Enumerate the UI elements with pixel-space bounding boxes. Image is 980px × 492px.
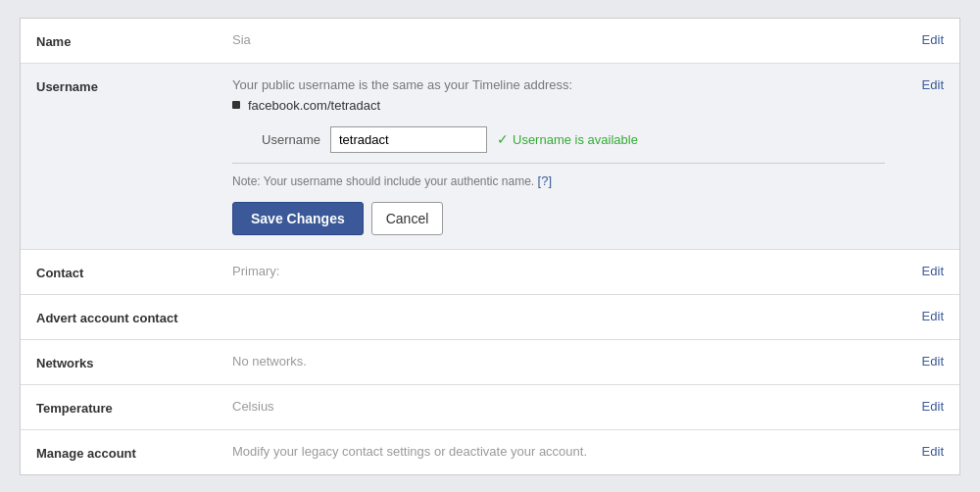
networks-edit-link[interactable]: Edit [922, 354, 944, 369]
username-input-row: Username ✓ Username is available [232, 126, 885, 153]
username-content: Your public username is the same as your… [232, 77, 885, 235]
username-available: ✓ Username is available [497, 131, 638, 147]
advert-edit[interactable]: Edit [885, 309, 944, 323]
manage-value: Modify your legacy contact settings or d… [232, 444, 885, 459]
username-url-text: facebook.com/tetradact [248, 98, 380, 113]
networks-row: Networks No networks. Edit [21, 340, 959, 385]
networks-value: No networks. [232, 354, 885, 369]
temperature-label: Temperature [36, 399, 232, 416]
username-note: Note: Your username should include your … [232, 163, 885, 188]
temperature-edit-link[interactable]: Edit [922, 399, 944, 414]
manage-edit-link[interactable]: Edit [922, 444, 944, 459]
manage-label: Manage account [36, 444, 232, 461]
contact-value: Primary: [232, 264, 885, 278]
username-note-link[interactable]: [?] [538, 173, 552, 188]
username-edit-link[interactable]: Edit [922, 77, 944, 92]
username-input-label: Username [232, 132, 320, 147]
username-edit[interactable]: Edit [885, 77, 944, 92]
networks-edit[interactable]: Edit [885, 354, 944, 369]
name-edit[interactable]: Edit [885, 32, 944, 47]
temperature-edit[interactable]: Edit [885, 399, 944, 414]
name-edit-link[interactable]: Edit [922, 32, 944, 47]
save-changes-button[interactable]: Save Changes [232, 202, 364, 235]
username-url-row: facebook.com/tetradact [232, 98, 885, 113]
cancel-button[interactable]: Cancel [371, 202, 444, 235]
advert-edit-link[interactable]: Edit [922, 309, 944, 323]
username-buttons: Save Changes Cancel [232, 202, 885, 235]
contact-row: Contact Primary: Edit [21, 250, 959, 295]
contact-edit-link[interactable]: Edit [922, 264, 944, 278]
bullet-icon [232, 101, 240, 109]
manage-edit[interactable]: Edit [885, 444, 944, 459]
temperature-value: Celsius [232, 399, 885, 414]
settings-container: Name Sia Edit Username Your public usern… [20, 18, 960, 475]
temperature-row: Temperature Celsius Edit [21, 385, 959, 430]
contact-label: Contact [36, 264, 232, 280]
name-value: Sia [232, 32, 885, 47]
checkmark-icon: ✓ [497, 131, 509, 147]
advert-row: Advert account contact Edit [21, 295, 959, 340]
username-input[interactable] [330, 126, 487, 153]
manage-row: Manage account Modify your legacy contac… [21, 430, 959, 474]
username-description: Your public username is the same as your… [232, 77, 885, 92]
contact-edit[interactable]: Edit [885, 264, 944, 278]
networks-label: Networks [36, 354, 232, 370]
username-row: Username Your public username is the sam… [21, 64, 959, 250]
advert-label: Advert account contact [36, 309, 232, 325]
username-label: Username [36, 77, 232, 94]
name-row: Name Sia Edit [21, 19, 959, 64]
name-label: Name [36, 32, 232, 49]
